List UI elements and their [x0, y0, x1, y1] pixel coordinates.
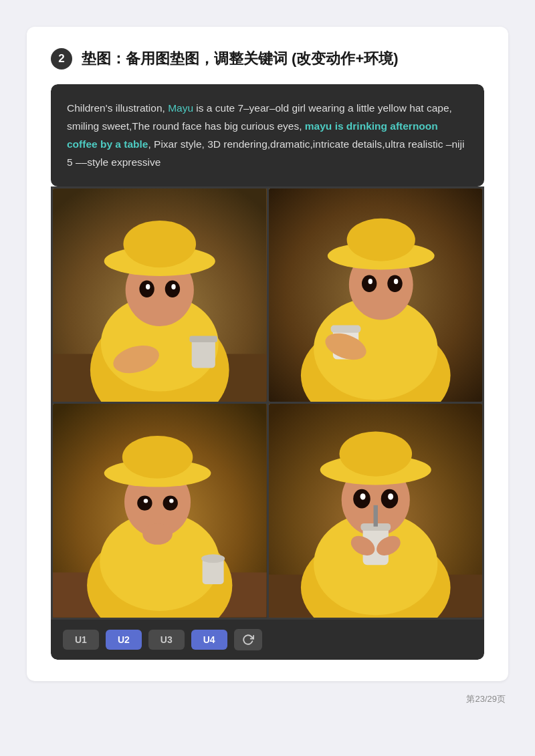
u1-button[interactable]: U1 — [63, 630, 99, 650]
svg-rect-25 — [330, 325, 360, 332]
svg-point-40 — [201, 554, 225, 563]
svg-point-10 — [171, 283, 175, 289]
chat-wrapper: Children's illustration, Mayu is a cute … — [51, 84, 484, 660]
svg-point-38 — [142, 523, 173, 545]
svg-point-22 — [368, 278, 372, 283]
svg-rect-54 — [373, 505, 377, 527]
chat-block: Children's illustration, Mayu is a cute … — [51, 84, 484, 186]
svg-rect-12 — [192, 338, 215, 368]
page-container: 2 垫图：备用图垫图，调整关键词 (改变动作+环境) Children's il… — [27, 27, 508, 681]
refresh-button[interactable] — [234, 629, 262, 650]
svg-rect-13 — [189, 336, 217, 342]
svg-point-50 — [360, 493, 365, 500]
svg-point-19 — [346, 218, 415, 261]
svg-point-47 — [339, 432, 412, 477]
u2-button[interactable]: U2 — [106, 630, 142, 650]
svg-point-35 — [163, 495, 178, 510]
image-grid — [51, 186, 484, 620]
section-number: 2 — [51, 48, 72, 70]
prompt-name: Mayu — [168, 102, 193, 114]
image-cell-1 — [53, 188, 267, 402]
svg-point-34 — [137, 495, 152, 510]
svg-point-36 — [144, 499, 148, 503]
svg-point-6 — [123, 220, 196, 267]
image-cell-4 — [269, 404, 483, 618]
svg-point-37 — [169, 499, 173, 503]
section-title-text: 垫图：备用图垫图，调整关键词 (改变动作+环境) — [82, 49, 399, 69]
refresh-icon — [242, 634, 254, 646]
page-footer: 第23/29页 — [27, 681, 508, 705]
image-cell-2 — [269, 188, 483, 402]
u3-button[interactable]: U3 — [148, 630, 185, 650]
svg-point-33 — [122, 436, 193, 479]
svg-point-23 — [393, 278, 397, 283]
prompt-text: Children's illustration, Mayu is a cute … — [67, 99, 468, 172]
prompt-part1: Children's illustration, — [67, 102, 168, 114]
svg-point-51 — [388, 493, 393, 500]
button-row: U1 U2 U3 U4 — [51, 620, 484, 660]
section-header: 2 垫图：备用图垫图，调整关键词 (改变动作+环境) — [51, 48, 484, 70]
svg-point-9 — [146, 283, 150, 289]
u4-button[interactable]: U4 — [191, 630, 227, 650]
page-number: 第23/29页 — [466, 694, 506, 704]
image-cell-3 — [53, 404, 267, 618]
image-grid-area: U1 U2 U3 U4 — [51, 186, 484, 660]
